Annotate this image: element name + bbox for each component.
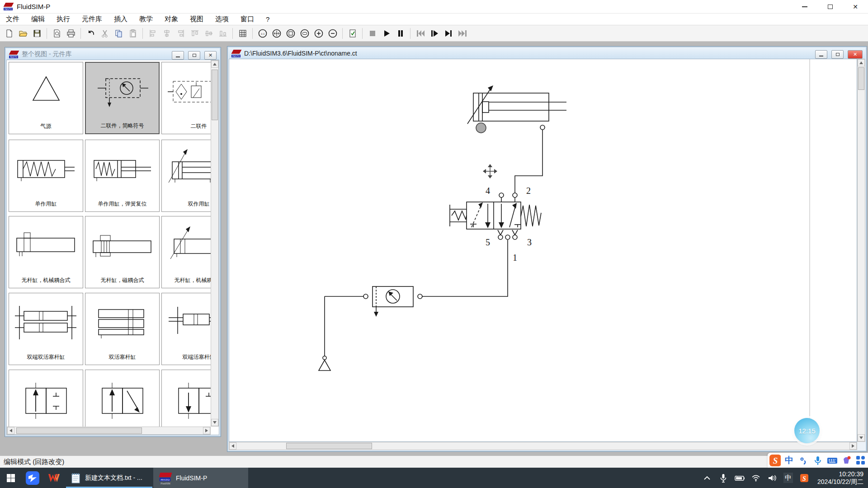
library-scroll-right-button[interactable] (203, 427, 210, 434)
circuit-minimize-button[interactable] (815, 50, 827, 59)
align-center-h-icon[interactable] (160, 28, 173, 39)
valve-port-5[interactable] (498, 235, 503, 239)
zoom-fit-icon[interactable] (284, 28, 297, 39)
taskbar-app-notepad[interactable]: 新建文本文档.txt - ... (65, 468, 153, 488)
cut-icon[interactable] (99, 28, 111, 39)
tray-sogou-icon[interactable]: S (799, 468, 809, 488)
single-step-icon[interactable] (428, 28, 440, 39)
menu-execute[interactable]: 执行 (51, 14, 76, 25)
library-item-single-acting-cylinder[interactable]: 单作用缸 (9, 140, 83, 212)
zoom-overview-icon[interactable] (270, 28, 283, 39)
maximize-button[interactable] (817, 0, 843, 14)
start-button[interactable] (0, 468, 22, 488)
library-item-valve-b[interactable] (85, 370, 160, 435)
skin-icon[interactable] (840, 455, 852, 466)
service-unit-simplified-symbol[interactable] (363, 286, 422, 317)
paste-icon[interactable] (127, 28, 139, 39)
play-icon[interactable] (380, 28, 392, 39)
cylinder-port[interactable] (540, 125, 545, 130)
undo-icon[interactable] (85, 28, 97, 39)
taskbar-app-fluidsim[interactable]: FESTOFluidSIM FluidSIM-P (153, 468, 248, 488)
sogou-logo-icon[interactable]: S (769, 455, 781, 466)
valve-port-2[interactable] (513, 193, 517, 197)
library-restore-button[interactable] (188, 51, 200, 60)
library-hscrollbar[interactable] (7, 427, 211, 435)
five-two-way-valve-symbol[interactable] (450, 193, 541, 239)
library-scroll-left-button[interactable] (7, 427, 14, 434)
new-file-icon[interactable] (3, 28, 15, 39)
library-minimize-button[interactable] (172, 51, 184, 60)
library-scroll-up-button[interactable] (211, 61, 218, 68)
tray-clock[interactable]: 10:20:39 2024/10/22/周二 (816, 470, 863, 486)
circuit-titlebar[interactable]: FESTO D:\FluidSIM3.6\FluidSIM-P\ct\nonam… (229, 48, 865, 59)
save-icon[interactable] (31, 28, 43, 39)
library-titlebar[interactable]: FESTO 整个视图 - 元件库 ✕ (6, 49, 219, 60)
align-top-icon[interactable] (189, 28, 201, 39)
valve-port-4[interactable] (499, 193, 504, 197)
library-vscrollbar[interactable] (211, 60, 219, 427)
menu-window[interactable]: 窗口 (235, 14, 260, 25)
menu-library[interactable]: 元件库 (76, 14, 108, 25)
library-item-single-acting-cylinder-spring[interactable]: 单作用缸，弹簧复位 (85, 140, 160, 212)
close-button[interactable]: ✕ (843, 0, 868, 14)
library-scroll-down-button[interactable] (211, 419, 218, 426)
print-preview-icon[interactable] (51, 28, 63, 39)
tray-microphone-icon[interactable] (718, 468, 728, 488)
zoom-actual-icon[interactable]: 1:1 (256, 28, 269, 39)
minimize-button[interactable] (792, 0, 817, 14)
menu-insert[interactable]: 插入 (108, 14, 133, 25)
valve-port-3[interactable] (513, 235, 517, 239)
circuit-scroll-left-button[interactable] (229, 442, 236, 450)
tray-ime-indicator[interactable]: 中 (783, 473, 793, 483)
pause-icon[interactable] (394, 28, 406, 39)
library-item-double-rod-cylinder[interactable]: 双活塞杆缸 (85, 293, 160, 365)
menu-view[interactable]: 视图 (184, 14, 209, 25)
air-source-symbol[interactable] (319, 356, 330, 371)
copy-icon[interactable] (113, 28, 125, 39)
library-item-rodless-cylinder-magnetic[interactable]: 无杆缸，磁耦合式 (85, 216, 160, 288)
tray-battery-icon[interactable] (735, 468, 745, 488)
menu-options[interactable]: 选项 (209, 14, 235, 25)
library-item-double-ended-double-rod-cylinder[interactable]: 双端双活塞杆缸 (9, 293, 83, 365)
library-close-button[interactable]: ✕ (204, 51, 217, 60)
microphone-icon[interactable] (812, 455, 824, 466)
chinese-mode-icon[interactable]: 中 (783, 455, 795, 466)
circuit-scroll-down-button[interactable] (858, 434, 865, 441)
circuit-hscrollbar[interactable] (229, 442, 857, 450)
next-topic-icon[interactable] (456, 28, 468, 39)
wire-valve-to-regulator[interactable] (422, 240, 508, 296)
zoom-in-icon[interactable] (312, 28, 325, 39)
circuit-canvas[interactable]: 4 2 5 3 1 (229, 59, 857, 442)
grid-icon[interactable] (236, 28, 249, 39)
wire-cylinder-to-valve[interactable] (515, 130, 542, 193)
align-bottom-icon[interactable] (217, 28, 229, 39)
menu-didactics[interactable]: 教学 (133, 14, 159, 25)
valve-port-1[interactable] (505, 235, 510, 239)
menu-object[interactable]: 对象 (159, 14, 184, 25)
double-acting-cylinder-symbol[interactable] (467, 85, 566, 133)
reset-icon[interactable] (414, 28, 426, 39)
circuit-restore-button[interactable] (831, 50, 844, 59)
circuit-close-button[interactable]: ✕ (848, 50, 863, 59)
print-icon[interactable] (65, 28, 77, 39)
circuit-vscrollbar[interactable] (857, 59, 865, 442)
feishu-taskbar-icon[interactable] (22, 468, 43, 488)
regulator-right-port[interactable] (418, 294, 422, 299)
open-file-icon[interactable] (17, 28, 29, 39)
library-item-air-source[interactable]: 气源 (9, 62, 83, 134)
library-item-service-unit-simplified[interactable]: 二联件，简略符号 (85, 62, 160, 134)
tray-chevron-up-icon[interactable] (702, 468, 712, 488)
tray-speaker-icon[interactable] (767, 468, 777, 488)
align-left-icon[interactable] (146, 28, 159, 39)
wps-taskbar-icon[interactable] (43, 468, 65, 488)
circuit-check-icon[interactable] (346, 28, 359, 39)
align-right-icon[interactable] (175, 28, 187, 39)
circuit-scroll-up-button[interactable] (858, 59, 865, 66)
align-middle-icon[interactable] (203, 28, 215, 39)
menu-help[interactable]: ? (260, 14, 275, 24)
menu-edit[interactable]: 编辑 (25, 14, 51, 25)
keyboard-icon[interactable] (826, 455, 838, 466)
toolbox-icon[interactable] (855, 455, 867, 466)
circuit-scroll-right-button[interactable] (849, 442, 857, 450)
zoom-section-icon[interactable] (298, 28, 311, 39)
